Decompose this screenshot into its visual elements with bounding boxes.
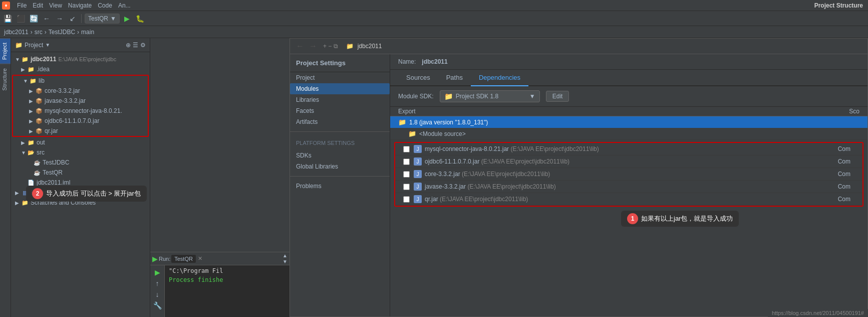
module-sdk-row: Module SDK: 📁 Project SDK 1.8 ▼ Edit <box>390 86 867 107</box>
breadcrumb-jdbc2011[interactable]: jdbc2011 <box>4 29 29 36</box>
settings-nav-panel: Project Settings Project Modules Librari… <box>290 54 390 316</box>
tree-qr-jar[interactable]: ▶ 📦 qr.jar <box>13 126 148 136</box>
settings-libraries[interactable]: Libraries <box>290 94 390 105</box>
breadcrumb-testjdbc[interactable]: TestJDBC <box>49 29 75 36</box>
settings-facets[interactable]: Facets <box>290 105 390 116</box>
dep-javase-checkbox[interactable] <box>403 184 410 190</box>
tree-root[interactable]: ▼ 📁 jdbc2011 E:\JAVA EE\project\jdbc <box>11 54 150 64</box>
project-structure-title: Project Structure <box>811 1 866 10</box>
dep-javase-label: javase-3.3.2.jar (E:\JAVA EE\project\jdb… <box>425 183 838 190</box>
locate-icon[interactable]: ⊕ <box>126 42 131 49</box>
debug-button[interactable]: 🐛 <box>135 13 146 24</box>
edit-button[interactable]: Edit <box>546 91 569 102</box>
menu-edit[interactable]: Edit <box>30 1 46 10</box>
settings-problems[interactable]: Problems <box>290 181 390 192</box>
settings-project[interactable]: Project <box>290 72 390 83</box>
tree-src[interactable]: ▼ 📂 src <box>11 147 150 157</box>
settings-global-libs[interactable]: Global Libraries <box>290 161 390 172</box>
toolbar: 💾 ⬛ 🔄 ← → ↙ TestQR ▼ ▶ 🐛 <box>0 11 868 26</box>
save-all-button[interactable]: ⬛ <box>15 13 26 24</box>
name-value: jdbc2011 <box>422 58 447 65</box>
tree-testqr[interactable]: ▶ ☕ TestQR <box>11 168 150 178</box>
save-button[interactable]: 💾 <box>2 13 13 24</box>
breadcrumb-src[interactable]: src <box>35 29 43 36</box>
out-expand-arrow: ▶ <box>21 140 27 145</box>
sidebar-tab-project[interactable]: Project <box>0 38 11 64</box>
tree-testqr-label: TestQR <box>43 169 63 176</box>
run-play-icon[interactable]: ▶ <box>152 255 158 263</box>
settings-icon[interactable]: ⚙ <box>140 42 146 49</box>
nav-back-arrow[interactable]: ← <box>294 41 306 52</box>
run-tab-label[interactable]: Run: <box>159 256 170 262</box>
dep-core-row[interactable]: J core-3.3.2.jar (E:\JAVA EE\project\jdb… <box>395 168 862 181</box>
jdk-label: 1.8 (java version "1.8.0_131") <box>409 119 488 126</box>
tree-javase-jar[interactable]: ▶ 📦 javase-3.3.2.jar <box>13 96 148 106</box>
tree-core-jar[interactable]: ▶ 📦 core-3.3.2.jar <box>13 86 148 96</box>
jdk-row[interactable]: 📁 1.8 (java version "1.8.0_131") <box>390 116 867 128</box>
sync-button[interactable]: 🔄 <box>28 13 39 24</box>
breadcrumb-main[interactable]: main <box>81 29 94 36</box>
run-side-down[interactable]: ↓ <box>152 289 162 299</box>
settings-artifacts[interactable]: Artifacts <box>290 116 390 127</box>
undo-button[interactable]: ← <box>41 13 52 24</box>
menu-navigate[interactable]: Navigate <box>65 1 95 10</box>
collapse-icon[interactable]: ☰ <box>133 42 138 49</box>
tree-ojdbc-jar[interactable]: ▶ 📦 ojdbc6-11.1.0.7.0.jar <box>13 116 148 126</box>
run-up-icon[interactable]: ▲ <box>282 253 287 258</box>
run-side-wrench[interactable]: 🔧 <box>152 300 162 310</box>
settings-modules[interactable]: Modules <box>290 83 390 94</box>
run-button[interactable]: ▶ <box>122 13 133 24</box>
project-panel-title: Project <box>25 42 43 49</box>
menu-view[interactable]: View <box>46 1 65 10</box>
settings-sdks[interactable]: SDKs <box>290 150 390 161</box>
tree-idea[interactable]: ▶ 📁 .idea <box>11 64 150 74</box>
sidebar-tab-structure[interactable]: Structure <box>0 64 11 95</box>
run-side-up[interactable]: ↑ <box>152 278 162 288</box>
menu-file[interactable]: File <box>14 1 30 10</box>
breadcrumb: jdbc2011 › src › TestJDBC › main <box>0 26 868 38</box>
qr-jar-icon: 📦 <box>35 127 43 135</box>
core-expand-arrow: ▶ <box>29 88 35 94</box>
dep-javase-row[interactable]: J javase-3.3.2.jar (E:\JAVA EE\project\j… <box>395 181 862 193</box>
dep-ojdbc-row[interactable]: J ojdbc6-11.1.0.7.0.jar (E:\JAVA EE\proj… <box>395 155 862 168</box>
dep-mysql-row[interactable]: J mysql-connector-java-8.0.21.jar (E:\JA… <box>395 143 862 155</box>
tree-iml[interactable]: ▶ 📄 jdbc2011.iml 2 导入成功后 可以点击 > 展开jar包 <box>11 178 150 188</box>
tree-lib[interactable]: ▼ 📁 lib <box>13 76 148 86</box>
dep-ojdbc-jar-icon: J <box>414 157 422 166</box>
panel-icons: ⊕ ☰ ⚙ <box>126 42 146 49</box>
dep-core-scope: Com <box>838 171 854 178</box>
dep-qr-row[interactable]: J qr.jar (E:\JAVA EE\project\jdbc2011\li… <box>395 193 862 206</box>
tab-paths[interactable]: Paths <box>438 70 471 86</box>
settings-divider2 <box>290 176 390 177</box>
sdk-dropdown[interactable]: 📁 Project SDK 1.8 ▼ <box>440 90 540 102</box>
redo-button[interactable]: → <box>54 13 65 24</box>
dep-core-label: core-3.3.2.jar (E:\JAVA EE\project\jdbc2… <box>425 171 838 178</box>
run-side-play[interactable]: ▶ <box>152 267 162 277</box>
module-folder-icon: 📁 <box>346 43 354 50</box>
tab-sources[interactable]: Sources <box>398 70 438 86</box>
dep-mysql-checkbox[interactable] <box>403 146 410 152</box>
dep-ojdbc-checkbox[interactable] <box>403 158 410 165</box>
menu-analyze[interactable]: An... <box>115 1 134 10</box>
tree-root-label: jdbc2011 <box>31 56 56 63</box>
tree-mysql-jar-label: mysql-connector-java-8.0.21. <box>45 107 122 114</box>
dep-qr-checkbox[interactable] <box>403 196 410 203</box>
run-down-icon[interactable]: ▼ <box>282 259 287 264</box>
run-config-dropdown[interactable]: TestQR ▼ <box>85 14 120 24</box>
tree-mysql-jar[interactable]: ▶ 📦 mysql-connector-java-8.0.21. <box>13 106 148 116</box>
tree-testjdbc[interactable]: ▶ ☕ TestJDBC <box>11 157 150 168</box>
module-name-row: Name: jdbc2011 <box>390 54 867 70</box>
back-button[interactable]: ↙ <box>67 13 78 24</box>
dep-core-checkbox[interactable] <box>403 171 410 178</box>
tree-out[interactable]: ▶ 📁 out <box>11 137 150 147</box>
tab-dependencies[interactable]: Dependencies <box>471 70 528 86</box>
run-close-icon[interactable]: ✕ <box>198 255 202 262</box>
project-tree-panel: 📁 Project ▼ ⊕ ☰ ⚙ ▼ 📁 jdbc2011 E:\JAV <box>11 38 150 317</box>
dependencies-red-box: 1 如果有以上jar包，就是导入成功 J mysql-connector-jav… <box>394 142 863 207</box>
module-source-row[interactable]: 📁 <Module source> <box>390 128 867 140</box>
run-tab-name[interactable]: TestQR <box>171 255 196 263</box>
menu-code[interactable]: Code <box>95 1 115 10</box>
module-source-icon: 📁 <box>408 130 416 137</box>
nav-forward-arrow[interactable]: → <box>307 41 319 52</box>
run-content-line1: "C:\Program Fil <box>169 267 285 274</box>
